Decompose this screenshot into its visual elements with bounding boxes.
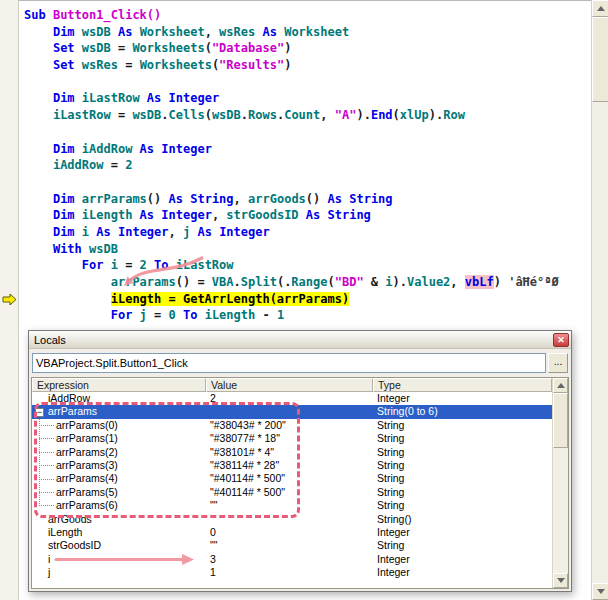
code-line: Set wsRes = Worksheets("Results") [24, 57, 591, 74]
arrow-down-icon [597, 589, 605, 598]
code-line: Dim iLastRow As Integer [24, 90, 591, 107]
locals-context-box[interactable]: VBAProject.Split.Button1_Click [32, 353, 546, 373]
locals-type: String [373, 446, 552, 459]
locals-row[interactable]: j1Integer [32, 566, 552, 579]
code-margin[interactable] [0, 0, 19, 600]
code-line [24, 124, 591, 141]
arrow-up-icon [597, 2, 605, 11]
editor-vertical-scrollbar[interactable] [591, 0, 608, 600]
locals-type: Integer [373, 526, 552, 539]
locals-row[interactable]: i3Integer [32, 553, 552, 566]
scroll-down-button[interactable] [592, 583, 608, 600]
locals-type: String [373, 459, 552, 472]
scroll-up-button[interactable] [592, 0, 608, 17]
code-line: Dim iLength As Integer, strGoodsID As St… [24, 207, 591, 224]
locals-type: Integer [373, 566, 552, 579]
code-line: iAddRow = 2 [24, 157, 591, 174]
locals-type: String [373, 486, 552, 499]
locals-row[interactable]: strGoodsID""String [32, 539, 552, 552]
code-line [24, 174, 591, 191]
locals-vertical-scrollbar[interactable] [552, 378, 568, 588]
locals-scroll-thumb[interactable] [553, 393, 568, 448]
arrow-up-icon [557, 379, 565, 388]
vba-editor-window: Sub Button1_Click() Dim wsDB As Workshee… [0, 0, 608, 600]
code-line: Dim iAddRow As Integer [24, 141, 591, 158]
column-header-value: Value [206, 378, 373, 392]
locals-row[interactable]: iLength0Integer [32, 526, 552, 539]
code-line [24, 74, 591, 91]
context-more-button[interactable]: ... [548, 353, 568, 373]
code-line: iLength = GetArrLength(arrParams) [24, 291, 591, 308]
locals-type: String [373, 472, 552, 485]
arrow-down-icon [557, 578, 565, 587]
locals-context-row: VBAProject.Split.Button1_Click ... [29, 349, 571, 377]
locals-expression: i [48, 553, 50, 566]
locals-value: 0 [206, 526, 373, 539]
code-line: Set wsDB = Worksheets("Database") [24, 40, 591, 57]
locals-title: Locals [34, 334, 553, 346]
locals-value: 1 [206, 566, 373, 579]
locals-type: String() [373, 513, 552, 526]
locals-scroll-down-button[interactable] [553, 573, 568, 588]
close-button[interactable]: ✕ [553, 333, 569, 347]
locals-scroll-up-button[interactable] [553, 378, 568, 393]
code-line: Sub Button1_Click() [24, 7, 591, 24]
locals-column-headers: Expression Value Type [32, 378, 552, 392]
locals-type: String [373, 539, 552, 552]
column-header-type: Type [373, 378, 552, 392]
code-line: Dim i As Integer, j As Integer [24, 224, 591, 241]
code-line: For j = 0 To iLength - 1 [24, 307, 591, 324]
locals-type: Integer [373, 392, 552, 405]
column-header-expression: Expression [32, 378, 206, 392]
locals-expression: iLength [48, 526, 82, 539]
execution-arrow-icon [2, 293, 17, 306]
locals-type: String [373, 499, 552, 512]
locals-title-bar[interactable]: Locals ✕ [29, 331, 571, 349]
code-line: Dim wsDB As Worksheet, wsRes As Workshee… [24, 24, 591, 41]
locals-expression: j [48, 566, 50, 579]
locals-type: String(0 to 6) [373, 405, 552, 418]
code-line: arrParams() = VBA.Split(.Range("BD" & i)… [24, 274, 591, 291]
locals-type: Integer [373, 553, 552, 566]
code-line: iLastRow = wsDB.Cells(wsDB.Rows.Count, "… [24, 107, 591, 124]
close-icon: ✕ [557, 335, 565, 345]
scroll-thumb[interactable] [592, 17, 608, 102]
locals-value: "" [206, 539, 373, 552]
locals-type: String [373, 432, 552, 445]
locals-expression: strGoodsID [48, 539, 101, 552]
locals-type: String [373, 419, 552, 432]
locals-value: 3 [206, 553, 373, 566]
annotation-dashed-rectangle [34, 402, 300, 518]
code-line: Dim arrParams() As String, arrGoods() As… [24, 191, 591, 208]
code-line: With wsDB [24, 241, 591, 258]
code-line: For i = 2 To iLastRow [24, 257, 591, 274]
